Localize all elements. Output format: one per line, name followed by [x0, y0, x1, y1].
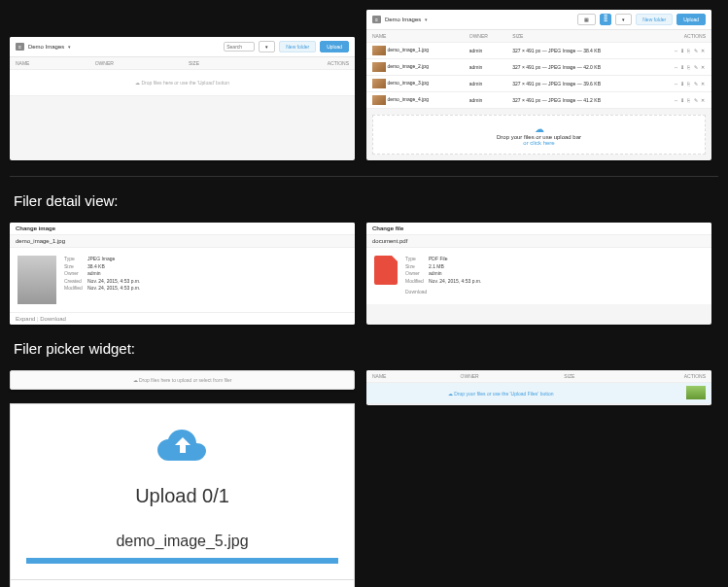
folder-title: Demo Images — [385, 17, 421, 22]
copy-icon[interactable]: ⎘ — [687, 82, 692, 86]
move-icon[interactable]: ↔ — [674, 98, 678, 103]
panel-folder-list: ≡ Demo Images ▾ ▦ ≣ ▾ New folder Upload … — [366, 10, 711, 160]
grid-view-button[interactable]: ▦ — [577, 14, 596, 25]
col-name: NAME — [10, 57, 89, 70]
cloud-upload-icon: ☁ — [448, 391, 453, 397]
chevron-down-icon[interactable]: ▾ — [68, 44, 71, 50]
file-table: NAME OWNER SIZE ACTIONS demo_image_1.jpg… — [366, 30, 711, 109]
move-icon[interactable]: ↔ — [674, 82, 678, 86]
upload-title: Upload 0/1 — [11, 485, 354, 507]
download-icon[interactable]: ⬇ — [680, 82, 685, 86]
edit-icon[interactable]: ✎ — [694, 98, 699, 103]
list-view-button[interactable]: ≣ — [600, 14, 611, 25]
download-button[interactable]: Download — [405, 289, 427, 294]
detail-meta: TypePDF File Size2.1 MB Owneradmin Modif… — [405, 256, 481, 296]
cloud-upload-icon — [11, 424, 354, 477]
folder-badge: ≡ — [372, 16, 381, 23]
delete-icon[interactable]: ✕ — [701, 98, 706, 103]
row-listings: ≡ Demo Images ▾ ▾ New folder Upload NAME… — [10, 10, 718, 160]
pdf-icon — [374, 256, 398, 285]
upload-filename: demo_image_5.jpg — [11, 525, 354, 558]
col-actions: ACTIONS — [252, 57, 355, 70]
section-heading-detail: Filer detail view: — [14, 192, 714, 209]
drop-link[interactable]: or click here — [381, 140, 697, 146]
col-picker-left: ☁ Drop files here to upload or select fr… — [10, 370, 355, 587]
more-button[interactable]: ▾ — [615, 14, 632, 25]
edit-icon[interactable]: ✎ — [694, 82, 699, 86]
delete-icon[interactable]: ✕ — [701, 65, 706, 70]
panel-folder-empty: ≡ Demo Images ▾ ▾ New folder Upload NAME… — [10, 37, 355, 160]
row-actions: ↔⬇⎘✎✕ — [655, 49, 706, 53]
delete-icon[interactable]: ✕ — [701, 82, 706, 86]
section-heading-picker: Filer picker widget: — [14, 340, 714, 357]
cloud-upload-icon: ☁ — [135, 80, 140, 86]
cancel-button[interactable]: cancel — [11, 579, 354, 587]
detail-thumbnail — [17, 256, 56, 304]
expand-button[interactable]: Expand — [16, 316, 35, 322]
table-row[interactable]: demo_image_4.jpgadmin327 × 491 px — JPEG… — [366, 92, 711, 109]
thumbnail-icon — [372, 95, 386, 105]
new-folder-button[interactable]: New folder — [636, 14, 673, 25]
cloud-upload-icon: ☁ — [381, 123, 697, 134]
thumbnail-icon — [372, 46, 386, 55]
copy-icon[interactable]: ⎘ — [687, 49, 692, 53]
drop-hint[interactable]: ☁ Drop files here or use the 'Upload' bu… — [10, 70, 355, 96]
download-icon[interactable]: ⬇ — [680, 49, 685, 53]
upload-progress — [26, 558, 338, 564]
picker-drop-row[interactable]: ☁ Drop your files or use the 'Upload Fil… — [366, 383, 711, 404]
detail-header: Change file — [366, 223, 711, 235]
delete-icon[interactable]: ✕ — [701, 49, 706, 53]
panel-detail-image: Change image demo_image_1.jpg TypeJPEG I… — [10, 223, 355, 325]
cloud-upload-icon: ☁ — [133, 377, 138, 383]
table-row[interactable]: demo_image_2.jpgadmin327 × 491 px — JPEG… — [366, 59, 711, 76]
upload-button[interactable]: Upload — [676, 14, 706, 25]
folder-badge: ≡ — [16, 43, 24, 51]
detail-header: Change image — [10, 223, 355, 235]
upload-dialog: Upload 0/1 demo_image_5.jpg cancel — [10, 403, 355, 587]
download-button[interactable]: Download — [40, 316, 66, 322]
panel-detail-file: Change file document.pdf TypePDF File Si… — [366, 223, 711, 325]
table-row[interactable]: demo_image_3.jpgadmin327 × 491 px — JPEG… — [366, 76, 711, 92]
edit-icon[interactable]: ✎ — [694, 49, 699, 53]
search-input[interactable] — [224, 42, 255, 52]
thumbnail-icon — [372, 79, 386, 88]
col-size: SIZE — [183, 57, 252, 70]
folder-title: Demo Images — [28, 44, 64, 50]
drop-zone[interactable]: ☁ Drop your files or use upload bar or c… — [372, 115, 706, 155]
copy-icon[interactable]: ⎘ — [687, 65, 692, 70]
chevron-down-icon[interactable]: ▾ — [425, 17, 428, 22]
move-icon[interactable]: ↔ — [674, 49, 678, 53]
download-icon[interactable]: ⬇ — [680, 98, 685, 103]
new-folder-button[interactable]: New folder — [279, 41, 316, 52]
panel-picker-model: NAME OWNER SIZE ACTIONS ☁ Drop your file… — [366, 370, 711, 405]
table-row[interactable]: demo_image_1.jpgadmin327 × 491 px — JPEG… — [366, 43, 711, 59]
detail-filename: document.pdf — [366, 235, 711, 248]
upload-button[interactable]: Upload — [320, 41, 349, 52]
detail-filename: demo_image_1.jpg — [10, 235, 355, 248]
panel-picker-empty[interactable]: ☁ Drop files here to upload or select fr… — [10, 370, 355, 390]
download-icon[interactable]: ⬇ — [680, 65, 685, 70]
dropdown-button[interactable]: ▾ — [259, 41, 275, 52]
copy-icon[interactable]: ⎘ — [687, 98, 692, 103]
thumbnail-icon — [372, 62, 386, 72]
col-owner: OWNER — [89, 57, 183, 70]
detail-meta: TypeJPEG Image Size38.4 KB Owneradmin Cr… — [64, 256, 140, 304]
edit-icon[interactable]: ✎ — [694, 65, 699, 70]
folder-illustration-icon — [686, 386, 706, 399]
move-icon[interactable]: ↔ — [674, 65, 678, 70]
